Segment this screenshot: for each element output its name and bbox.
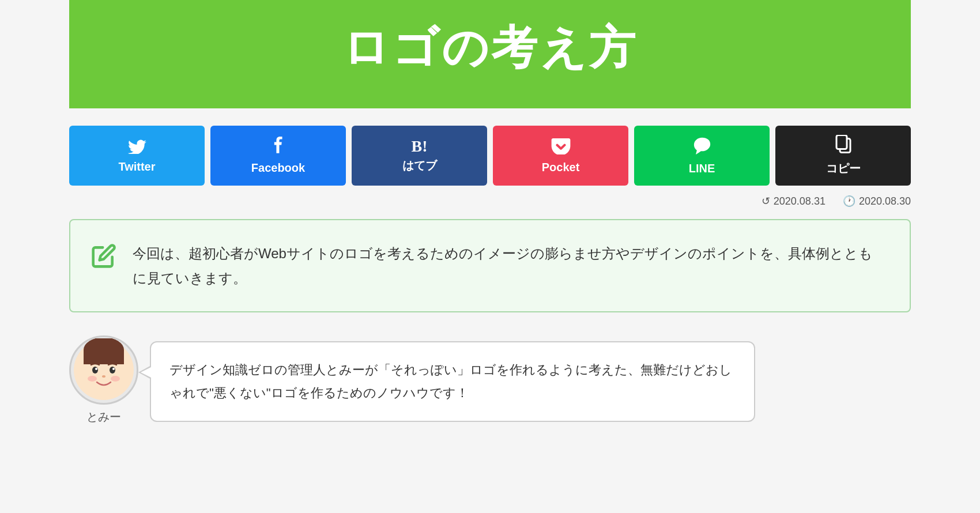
share-buttons-row: Twitter Facebook B! はてブ Pocket bbox=[69, 126, 911, 186]
pocket-share-button[interactable]: Pocket bbox=[493, 126, 628, 186]
hatena-label: はてブ bbox=[402, 158, 437, 173]
svg-rect-1 bbox=[836, 135, 847, 149]
speech-bubble: デザイン知識ゼロの管理人とみーが「それっぽい」ロゴを作れるように考えた、無難だけ… bbox=[150, 341, 755, 421]
copy-label: コピー bbox=[826, 161, 861, 176]
summary-box: 今回は、超初心者がWebサイトのロゴを考えるためのイメージの膨らませ方やデザイン… bbox=[69, 219, 911, 312]
summary-text: 今回は、超初心者がWebサイトのロゴを考えるためのイメージの膨らませ方やデザイン… bbox=[133, 241, 887, 291]
published-date: 🕐 2020.08.30 bbox=[843, 195, 911, 208]
hatena-share-button[interactable]: B! はてブ bbox=[352, 126, 487, 186]
page-title: ロゴの考え方 bbox=[342, 17, 638, 80]
line-icon bbox=[692, 136, 712, 159]
character-avatar bbox=[69, 335, 138, 405]
svg-rect-4 bbox=[84, 350, 124, 364]
clock-icon: 🕐 bbox=[843, 195, 855, 208]
pencil-icon bbox=[91, 243, 116, 274]
facebook-icon bbox=[270, 137, 287, 158]
copy-share-button[interactable]: コピー bbox=[775, 126, 911, 186]
updated-date: ↺ 2020.08.31 bbox=[762, 195, 826, 208]
date-row: ↺ 2020.08.31 🕐 2020.08.30 bbox=[69, 195, 911, 208]
svg-point-9 bbox=[102, 375, 105, 378]
character-section: とみー デザイン知識ゼロの管理人とみーが「それっぽい」ロゴを作れるように考えた、… bbox=[69, 335, 911, 425]
copy-icon bbox=[835, 135, 852, 157]
hero-banner: ロゴの考え方 bbox=[69, 0, 911, 108]
svg-point-5 bbox=[92, 367, 98, 374]
updated-date-value: 2020.08.31 bbox=[774, 195, 826, 208]
line-label: LINE bbox=[689, 162, 715, 175]
character-name: とみー bbox=[86, 409, 121, 425]
svg-point-8 bbox=[112, 368, 115, 370]
facebook-label: Facebook bbox=[251, 161, 305, 175]
pocket-label: Pocket bbox=[542, 161, 580, 174]
svg-point-6 bbox=[110, 367, 115, 374]
twitter-icon bbox=[128, 138, 146, 157]
character-avatar-wrap: とみー bbox=[69, 335, 138, 425]
svg-point-11 bbox=[111, 376, 120, 382]
line-share-button[interactable]: LINE bbox=[634, 126, 770, 186]
pocket-icon bbox=[551, 137, 571, 157]
published-date-value: 2020.08.30 bbox=[859, 195, 911, 208]
update-icon: ↺ bbox=[762, 195, 770, 208]
svg-point-10 bbox=[88, 376, 97, 382]
character-speech: デザイン知識ゼロの管理人とみーが「それっぽい」ロゴを作れるように考えた、無難だけ… bbox=[169, 359, 736, 404]
svg-point-7 bbox=[95, 368, 97, 370]
hatena-icon: B! bbox=[412, 138, 428, 154]
speech-bubble-wrap: デザイン知識ゼロの管理人とみーが「それっぽい」ロゴを作れるように考えた、無難だけ… bbox=[150, 341, 755, 421]
twitter-share-button[interactable]: Twitter bbox=[69, 126, 205, 186]
twitter-label: Twitter bbox=[118, 160, 155, 173]
facebook-share-button[interactable]: Facebook bbox=[210, 126, 346, 186]
